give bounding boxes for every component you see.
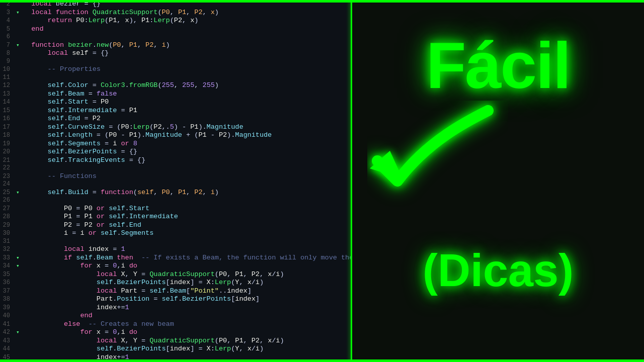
- code-content: 2 local bezier = {} 3 ▾ local function Q…: [0, 0, 352, 362]
- code-line-35: 35 local X, Y = QuadraticSupport(P0, P1,…: [0, 270, 352, 279]
- code-line-21: 21 self.TrackingEvents = {}: [0, 156, 352, 165]
- code-line-5: 5 end: [0, 25, 352, 34]
- code-line-20: 20 self.BezierPoints = {}: [0, 148, 352, 156]
- code-line-9: 9: [0, 58, 352, 66]
- code-line-3: 3 ▾ local function QuadraticSupport(P0, …: [0, 9, 352, 17]
- code-line-29: 29 P2 = P2 or self.End: [0, 221, 352, 230]
- code-line-12: 12 self.Color = Color3.fromRGB(255, 255,…: [0, 81, 352, 90]
- facil-title: Fácil: [426, 28, 570, 103]
- code-line-17: 17 self.CurveSize = (P0:Lerp(P2,.5) - P1…: [0, 123, 352, 132]
- code-line-4: 4 return P0:Lerp(P1, x), P1:Lerp(P2, x): [0, 17, 352, 25]
- code-line-13: 13 self.Beam = false: [0, 90, 352, 99]
- code-line-25: 25 ▾ self.Build = function(self, P0, P1,…: [0, 189, 352, 197]
- code-line-15: 15 self.Intermediate = P1: [0, 107, 352, 115]
- code-line-18: 18 self.Length = (P0 - P1).Magnitude + (…: [0, 131, 352, 140]
- right-panel: Fácil (Dicas): [352, 0, 644, 362]
- code-editor: 2 local bezier = {} 3 ▾ local function Q…: [0, 0, 352, 362]
- code-line-10: 10 -- Properties: [0, 65, 352, 74]
- code-line-23: 23 -- Functions: [0, 172, 352, 181]
- dicas-subtitle: (Dicas): [423, 245, 574, 297]
- code-line-30: 30 i = i or self.Segments: [0, 229, 352, 238]
- code-line-37: 37 local Part = self.Beam["Point"..index…: [0, 287, 352, 296]
- code-line-36: 36 self.BezierPoints[index] = X:Lerp(Y, …: [0, 279, 352, 287]
- code-line-16: 16 self.End = P2: [0, 115, 352, 123]
- main-wrapper: 2 local bezier = {} 3 ▾ local function Q…: [0, 0, 644, 362]
- code-line-24: 24: [0, 180, 352, 189]
- code-line-40: 40 end: [0, 312, 352, 320]
- code-line-32: 32 local index = 1: [0, 245, 352, 254]
- code-line-31: 31: [0, 238, 352, 246]
- code-line-38: 38 Part.Position = self.BezierPoints[ind…: [0, 295, 352, 304]
- code-line-44: 44 self.BezierPoints[index] = X:Lerp(Y, …: [0, 345, 352, 353]
- code-line-7: 7 ▾ function bezier.new(P0, P1, P2, i): [0, 41, 352, 50]
- arrow-graphic: [367, 101, 508, 201]
- code-line-33: 33 ▾ if self.Beam then -- If exists a Be…: [0, 254, 352, 262]
- code-line-6: 6: [0, 33, 352, 41]
- code-line-22: 22: [0, 164, 352, 172]
- code-line-42: 42 ▾ for x = 0,i do: [0, 328, 352, 337]
- code-line-11: 11: [0, 74, 352, 82]
- top-green-bar: [0, 0, 644, 3]
- code-line-19: 19 self.Segments = i or 8: [0, 140, 352, 148]
- code-line-43: 43 local X, Y = QuadraticSupport(P0, P1,…: [0, 337, 352, 345]
- code-line-14: 14 self.Start = P0: [0, 98, 352, 107]
- code-line-27: 27 P0 = P0 or self.Start: [0, 205, 352, 213]
- code-line-39: 39 index+=1: [0, 304, 352, 312]
- code-line-41: 41 else -- Creates a new beam: [0, 320, 352, 329]
- code-line-34: 34 ▾ for x = 0,i do: [0, 262, 352, 270]
- code-line-28: 28 P1 = P1 or self.Intermediate: [0, 213, 352, 221]
- bottom-green-bar: [0, 359, 644, 362]
- code-line-26: 26: [0, 197, 352, 205]
- code-line-8: 8 local self = {}: [0, 49, 352, 58]
